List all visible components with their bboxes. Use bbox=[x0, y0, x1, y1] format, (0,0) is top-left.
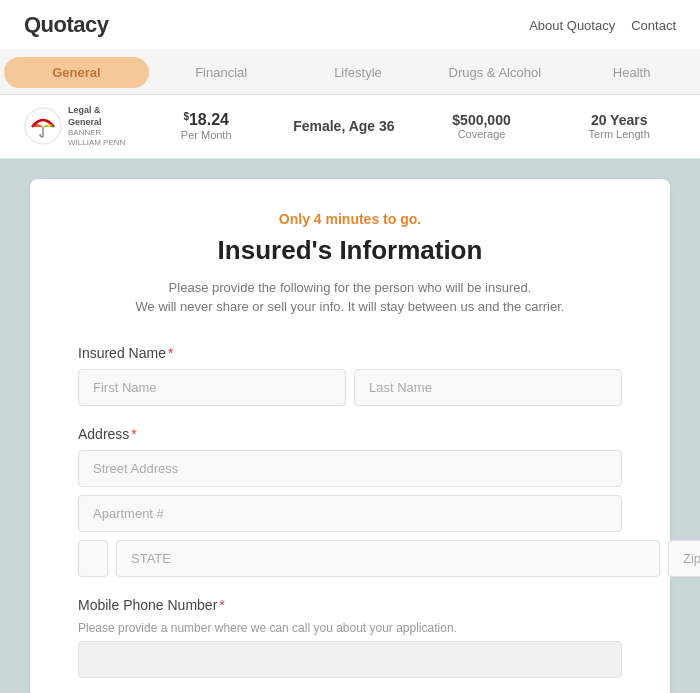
progress-steps: General Financial Lifestyle Drugs & Alco… bbox=[0, 51, 700, 94]
policy-term: 20 Years Term Length bbox=[562, 112, 676, 140]
mobile-phone-group: Mobile Phone Number* Please provide a nu… bbox=[78, 597, 622, 678]
address-label: Address* bbox=[78, 426, 622, 442]
nav-contact[interactable]: Contact bbox=[631, 18, 676, 33]
top-nav: Quotacy About Quotacy Contact bbox=[0, 0, 700, 51]
step-health[interactable]: Health bbox=[563, 51, 700, 94]
policy-bar: Legal &General BANNERWILLIAM PENN $18.24… bbox=[0, 95, 700, 159]
first-name-input[interactable] bbox=[78, 369, 346, 406]
step-drugs[interactable]: Drugs & Alcohol bbox=[426, 51, 563, 94]
mobile-phone-label: Mobile Phone Number* bbox=[78, 597, 622, 613]
form-title: Insured's Information bbox=[78, 235, 622, 266]
policy-coverage: $500,000 Coverage bbox=[425, 112, 539, 140]
form-card: Only 4 minutes to go. Insured's Informat… bbox=[30, 179, 670, 693]
svg-point-0 bbox=[25, 108, 61, 144]
step-general[interactable]: General bbox=[4, 57, 149, 88]
policy-insured: Female, Age 36 bbox=[287, 118, 401, 134]
mobile-phone-input[interactable] bbox=[78, 641, 622, 678]
city-state-zip-row bbox=[78, 540, 622, 577]
step-lifestyle[interactable]: Lifestyle bbox=[290, 51, 427, 94]
nav-links: About Quotacy Contact bbox=[529, 18, 676, 33]
city-input[interactable] bbox=[78, 540, 108, 577]
nav-about[interactable]: About Quotacy bbox=[529, 18, 615, 33]
insured-name-label: Insured Name* bbox=[78, 345, 622, 361]
logo: Quotacy bbox=[24, 12, 109, 38]
main-content: Only 4 minutes to go. Insured's Informat… bbox=[0, 159, 700, 693]
timer-text: Only 4 minutes to go. bbox=[78, 211, 622, 227]
mobile-phone-desc: Please provide a number where we can cal… bbox=[78, 621, 622, 635]
apartment-input[interactable] bbox=[78, 495, 622, 532]
policy-price-section: $18.24 Per Month bbox=[149, 111, 263, 141]
name-input-row bbox=[78, 369, 622, 406]
zip-input[interactable] bbox=[668, 540, 700, 577]
form-description: Please provide the following for the per… bbox=[78, 278, 622, 317]
address-group: Address* bbox=[78, 426, 622, 577]
lg-umbrella-icon bbox=[24, 107, 62, 145]
step-financial[interactable]: Financial bbox=[153, 51, 290, 94]
last-name-input[interactable] bbox=[354, 369, 622, 406]
insured-name-group: Insured Name* bbox=[78, 345, 622, 406]
carrier-logo: Legal &General BANNERWILLIAM PENN bbox=[24, 105, 125, 148]
street-address-input[interactable] bbox=[78, 450, 622, 487]
state-input[interactable] bbox=[116, 540, 660, 577]
progress-bar: General Financial Lifestyle Drugs & Alco… bbox=[0, 51, 700, 95]
carrier-name: Legal &General BANNERWILLIAM PENN bbox=[68, 105, 125, 148]
